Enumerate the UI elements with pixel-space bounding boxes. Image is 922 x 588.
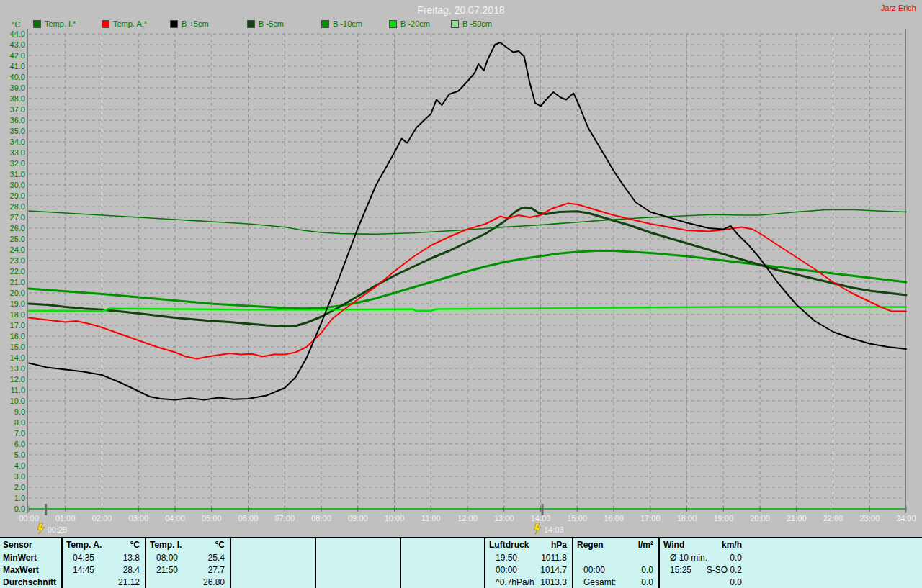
col-header-regen: Regenl/m² <box>573 538 660 551</box>
y-tick-label: 38.0 <box>10 94 25 103</box>
col-title: Wind <box>660 540 722 550</box>
x-tick-label: 21:00 <box>787 514 807 523</box>
legend-item-b-50cm: B -50cm <box>451 19 492 28</box>
y-tick-label: 7.0 <box>14 429 25 438</box>
legend-swatch <box>170 20 178 28</box>
stats-cell-time: Ø 10 min. <box>660 553 730 563</box>
legend-item-b-20cm: B -20cm <box>389 19 430 28</box>
x-tick-label: 19:00 <box>713 514 733 523</box>
stats-cell <box>401 576 485 588</box>
y-tick-label: 3.0 <box>14 472 25 481</box>
temperature-chart: 0.01.02.03.04.05.06.07.08.09.010.011.012… <box>0 0 922 536</box>
x-tick-label: 15:00 <box>567 514 587 523</box>
stats-cell <box>231 576 316 588</box>
stats-cell-time: 15:25 <box>660 565 707 575</box>
col-title: Regen <box>573 540 638 550</box>
y-tick-label: 20.0 <box>10 289 25 297</box>
x-tick-label: 22:00 <box>823 514 843 523</box>
col-header-empty <box>316 538 401 551</box>
row-label-maxwert: MaxWert <box>0 564 63 576</box>
stats-cell-value: 27.7 <box>208 565 230 575</box>
stats-cell-value: 1013.3 <box>540 577 572 587</box>
y-tick-label: 28.0 <box>10 202 25 211</box>
x-tick-label: 05:00 <box>202 514 222 523</box>
stats-cell-time: 04:35 <box>63 553 123 563</box>
y-tick-label: 15.0 <box>10 343 25 351</box>
x-tick-label: 23:00 <box>859 514 880 523</box>
col-header-empty <box>401 538 485 551</box>
y-tick-label: 27.0 <box>10 213 25 222</box>
x-tick-label: 02:00 <box>92 514 112 523</box>
x-tick-label: 20:00 <box>750 514 770 523</box>
y-tick-label: 8.0 <box>14 418 25 427</box>
legend-item-temp-a-: Temp. A.* <box>102 19 147 28</box>
y-tick-label: 14.0 <box>10 353 25 362</box>
x-tick-label: 07:00 <box>274 514 295 523</box>
stats-cell: 15:25S-SO 0.2 <box>660 564 747 576</box>
stats-cell: 0.0 <box>660 576 747 588</box>
y-tick-label: 22.0 <box>10 267 25 276</box>
legend-label: B -5cm <box>259 19 284 28</box>
y-tick-label: 0.0 <box>14 505 25 513</box>
lightning-icon <box>37 523 45 534</box>
stats-cell: 00:001014.7 <box>485 564 573 576</box>
col-header-temp-a-: Temp. A.°C <box>63 538 146 551</box>
x-tick-label: 06:00 <box>238 514 259 523</box>
col-header-empty <box>231 538 316 551</box>
y-tick-label: 42.0 <box>10 51 25 60</box>
stats-cell <box>747 576 922 588</box>
y-tick-label: 9.0 <box>14 407 25 416</box>
stats-cell: 21:5027.7 <box>146 564 231 576</box>
event-marker-time: 14:03 <box>544 525 564 534</box>
y-tick-label: 11.0 <box>10 386 25 394</box>
stats-cell-time: Gesamt: <box>573 577 641 587</box>
stats-cell-time: ^0.7hPa/h <box>485 577 540 587</box>
stats-cell <box>401 564 485 576</box>
col-unit: hPa <box>551 540 572 550</box>
stats-cell-value: 0.0 <box>730 577 747 587</box>
row-label-durchschnitt: Durchschnitt <box>0 576 63 588</box>
legend-swatch <box>451 20 459 28</box>
chart-legend: Temp. I.*Temp. A.*B +5cmB -5cmB -10cmB -… <box>0 19 922 31</box>
col-unit: °C <box>215 540 230 550</box>
stats-cell-time: 00:00 <box>573 565 641 575</box>
y-tick-label: 23.0 <box>10 256 25 265</box>
stats-cell-value: 1011.8 <box>541 553 572 563</box>
y-tick-label: 2.0 <box>14 483 25 492</box>
y-tick-label: 33.0 <box>10 148 25 157</box>
legend-label: B -10cm <box>333 19 362 28</box>
stats-cell-value: 25.4 <box>208 553 230 563</box>
y-tick-label: 24.0 <box>10 245 25 254</box>
col-unit: °C <box>130 540 145 550</box>
col-title: Temp. I. <box>146 540 215 550</box>
col-header-luftdruck: LuftdruckhPa <box>485 538 573 551</box>
stats-cell <box>316 564 401 576</box>
y-tick-label: 19.0 <box>10 299 25 308</box>
x-tick-label: 13:00 <box>494 514 514 523</box>
col-title: Luftdruck <box>485 540 551 550</box>
x-tick-label: 03:00 <box>128 514 148 523</box>
y-tick-label: 37.0 <box>10 105 25 114</box>
stats-cell <box>747 564 922 576</box>
stats-cell-time: 21:50 <box>146 565 208 575</box>
col-title: Temp. A. <box>63 540 130 550</box>
stats-cell <box>316 551 401 564</box>
legend-swatch <box>389 20 397 28</box>
row-label-minwert: MinWert <box>0 551 63 564</box>
stats-cell <box>747 551 922 564</box>
legend-item-b-10cm: B -10cm <box>321 19 362 28</box>
x-tick-label: 00:00 <box>19 514 39 523</box>
legend-swatch <box>33 20 41 28</box>
legend-label: B -50cm <box>462 19 492 28</box>
x-tick-label: 17:00 <box>640 514 661 523</box>
legend-swatch <box>321 20 329 28</box>
y-tick-label: 32.0 <box>10 159 25 168</box>
stats-cell-value: 21.12 <box>118 577 145 587</box>
y-tick-label: 31.0 <box>10 170 25 178</box>
legend-item-b-5cm: B +5cm <box>170 19 209 28</box>
col-header-temp-i-: Temp. I.°C <box>146 538 231 551</box>
x-tick-label: 08:00 <box>311 514 331 523</box>
y-tick-label: 41.0 <box>10 62 25 71</box>
x-tick-label: 11:00 <box>421 514 441 523</box>
legend-label: Temp. I.* <box>45 19 76 28</box>
